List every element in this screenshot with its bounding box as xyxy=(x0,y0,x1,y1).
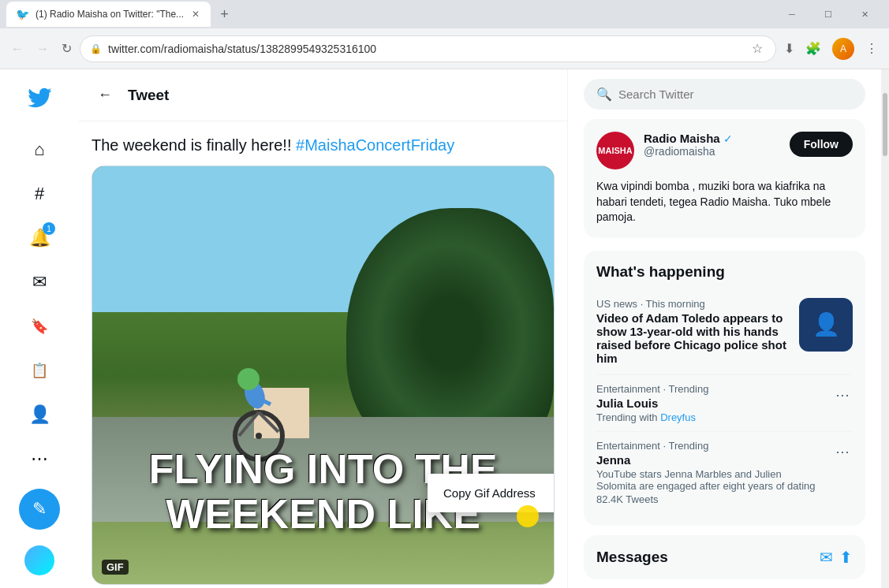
trending-more-button-2[interactable]: ⋯ xyxy=(832,383,853,407)
left-sidebar: ⌂ # 🔔 1 ✉ 🔖 📋 👤 ⋯ ✎ xyxy=(0,69,79,588)
trending-desc-3: YouTube stars Jenna Marbles and Julien S… xyxy=(596,468,823,492)
twitter-logo[interactable] xyxy=(17,76,62,123)
window-controls: ─ ☐ ✕ xyxy=(774,2,883,27)
profile-info: Radio Maisha ✓ @radiomaisha xyxy=(644,132,780,158)
maximize-button[interactable]: ☐ xyxy=(810,2,846,27)
user-avatar-sidebar[interactable] xyxy=(24,545,54,575)
download-button[interactable]: ⬇ xyxy=(779,36,799,61)
profile-handle: @radiomaisha xyxy=(644,145,780,158)
gif-image: FLYING INTO THE WEEKEND LIKE xyxy=(92,166,554,584)
context-menu: Copy Gif Address xyxy=(428,474,555,512)
new-tab-button[interactable]: + xyxy=(214,3,235,26)
tab-favicon: 🐦 xyxy=(16,8,29,20)
back-button[interactable]: ← xyxy=(92,80,118,110)
more-browser-options[interactable]: ⋮ xyxy=(861,36,883,61)
browser-titlebar: 🐦 (1) Radio Maisha on Twitter: "The... ✕… xyxy=(0,0,889,28)
close-button[interactable]: ✕ xyxy=(846,2,883,27)
messages-section: Messages ✉ ⬆ xyxy=(584,535,865,579)
lists-icon: 📋 xyxy=(31,362,48,379)
trending-more-button-3[interactable]: ⋯ xyxy=(832,440,853,463)
browser-addressbar: ← → ↻ 🔒 twitter.com/radiomaisha/status/1… xyxy=(0,28,889,69)
sidebar-item-lists[interactable]: 📋 xyxy=(19,350,60,391)
sidebar-item-explore[interactable]: # xyxy=(19,173,60,214)
sidebar-item-bookmarks[interactable]: 🔖 xyxy=(19,306,60,347)
extensions-button[interactable]: 🧩 xyxy=(801,36,826,61)
avatar-image xyxy=(24,545,54,575)
search-input[interactable] xyxy=(618,87,853,101)
trending-item-1[interactable]: US news · This morning Video of Adam Tol… xyxy=(596,290,853,375)
trending-item-2[interactable]: Entertainment · Trending Julia Louis Tre… xyxy=(596,375,853,432)
search-input-wrapper[interactable]: 🔍 xyxy=(584,79,865,110)
scrollbar-track xyxy=(881,69,889,588)
profile-card-avatar: MAISHA xyxy=(596,132,634,169)
home-icon: ⌂ xyxy=(34,140,44,160)
tab-title: (1) Radio Maisha on Twitter: "The... xyxy=(35,9,184,20)
tweet-page-title: Tweet xyxy=(128,87,169,104)
whats-happening-title: What's happening xyxy=(596,263,853,281)
sidebar-item-home[interactable]: ⌂ xyxy=(19,129,60,170)
tweet-text-plain: The weekend is finally here!! xyxy=(92,136,296,154)
verified-icon: ✓ xyxy=(723,132,733,145)
profile-name-row: Radio Maisha ✓ xyxy=(644,132,780,145)
messages-actions: ✉ ⬆ xyxy=(820,548,853,567)
lock-icon: 🔒 xyxy=(90,43,102,54)
trending-topic-3: Jenna xyxy=(596,453,823,467)
sidebar-item-more[interactable]: ⋯ xyxy=(19,438,60,479)
compose-icon: ✎ xyxy=(32,499,47,519)
trending-item-3[interactable]: Entertainment · Trending Jenna YouTube s… xyxy=(596,432,853,513)
compose-tweet-button[interactable]: ✎ xyxy=(19,489,60,530)
url-text: twitter.com/radiomaisha/status/138289954… xyxy=(108,43,742,55)
svg-point-5 xyxy=(237,368,260,390)
follow-button[interactable]: Follow xyxy=(790,132,853,157)
profile-icon: 👤 xyxy=(29,404,50,425)
trending-info-3: Entertainment · Trending Jenna YouTube s… xyxy=(596,440,823,505)
trending-topic-2: Julia Louis xyxy=(596,396,823,410)
address-actions: ☆ xyxy=(749,38,766,59)
tweet-text: The weekend is finally here!! #MaishaCon… xyxy=(92,134,555,156)
minimize-button[interactable]: ─ xyxy=(774,2,810,27)
trending-link-2[interactable]: Dreyfus xyxy=(660,411,696,423)
svg-point-1 xyxy=(256,433,262,439)
tweet-hashtag[interactable]: #MaishaConcertFriday xyxy=(296,136,454,154)
reload-button[interactable]: ↻ xyxy=(57,36,77,61)
search-bar-container: 🔍 xyxy=(584,69,865,119)
tweet-body: The weekend is finally here!! #MaishaCon… xyxy=(79,121,567,588)
gif-container[interactable]: FLYING INTO THE WEEKEND LIKE GIF Copy Gi… xyxy=(92,166,555,585)
profile-icon[interactable]: A xyxy=(827,33,859,65)
scrollbar-handle[interactable] xyxy=(883,93,887,156)
explore-icon: # xyxy=(35,184,44,204)
messages-title: Messages xyxy=(596,549,668,566)
trending-info-1: US news · This morning Video of Adam Tol… xyxy=(596,298,790,367)
new-message-button[interactable]: ✉ xyxy=(820,548,833,567)
gif-badge: GIF xyxy=(102,560,129,575)
trending-info-2: Entertainment · Trending Julia Louis Tre… xyxy=(596,383,823,423)
right-sidebar: 🔍 MAISHA Radio Maisha ✓ @radiomaisha Fol… xyxy=(568,69,881,588)
search-icon: 🔍 xyxy=(596,87,612,102)
app-body: ⌂ # 🔔 1 ✉ 🔖 📋 👤 ⋯ ✎ xyxy=(0,69,889,588)
forward-nav-button[interactable]: → xyxy=(32,37,54,61)
back-nav-button[interactable]: ← xyxy=(6,37,28,61)
whats-happening-section: What's happening US news · This morning … xyxy=(584,251,865,526)
trending-count-3: 82.4K Tweets xyxy=(596,493,823,505)
trending-category-3: Entertainment · Trending xyxy=(596,440,823,452)
address-bar[interactable]: 🔒 twitter.com/radiomaisha/status/1382899… xyxy=(80,35,776,62)
trending-topic-1: Video of Adam Toledo appears to show 13-… xyxy=(596,311,790,365)
copy-gif-address-item[interactable]: Copy Gif Address xyxy=(428,478,555,508)
sidebar-item-notifications[interactable]: 🔔 1 xyxy=(19,218,60,259)
trending-category-2: Entertainment · Trending xyxy=(596,383,823,395)
trending-image-1: 👤 xyxy=(799,298,853,352)
sidebar-item-messages[interactable]: ✉ xyxy=(19,262,60,303)
tab-close-button[interactable]: ✕ xyxy=(190,7,201,21)
browser-action-buttons: ⬇ 🧩 A ⋮ xyxy=(779,33,883,65)
expand-messages-button[interactable]: ⬆ xyxy=(839,548,853,567)
main-tweet-content: ← Tweet The weekend is finally here!! #M… xyxy=(79,69,568,588)
notifications-badge: 1 xyxy=(43,222,55,235)
messages-icon: ✉ xyxy=(32,272,47,292)
trending-category-1: US news · This morning xyxy=(596,298,790,310)
profile-avatar: A xyxy=(832,38,854,60)
browser-tab[interactable]: 🐦 (1) Radio Maisha on Twitter: "The... ✕ xyxy=(6,2,211,27)
profile-card: MAISHA Radio Maisha ✓ @radiomaisha Follo… xyxy=(584,119,865,238)
sidebar-item-profile[interactable]: 👤 xyxy=(19,394,60,435)
bookmark-star-button[interactable]: ☆ xyxy=(749,38,766,59)
tweet-page-header: ← Tweet xyxy=(79,69,567,121)
